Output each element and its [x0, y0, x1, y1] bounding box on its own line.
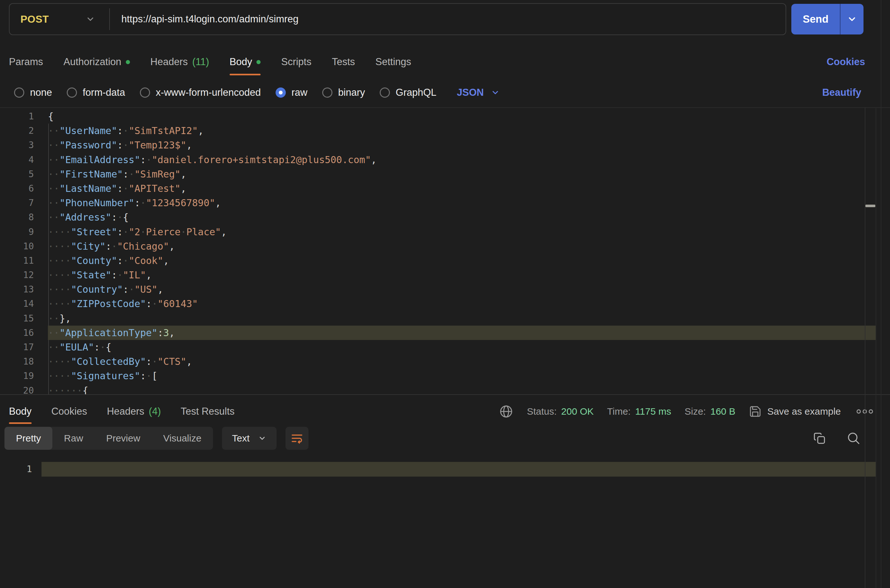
- code-token: "LastName": [59, 183, 117, 194]
- save-as-example-label: Save as example: [767, 406, 841, 417]
- tab-tests[interactable]: Tests: [332, 48, 355, 76]
- code-token: :: [117, 255, 123, 266]
- code-line: ··"FirstName":·"SimReg",: [48, 167, 876, 182]
- floppy-disk-icon: [749, 405, 762, 418]
- view-visualize-button[interactable]: Visualize: [152, 427, 213, 450]
- code-token: "APITest": [129, 183, 181, 194]
- line-number: 2: [0, 123, 34, 138]
- line-number: 19: [0, 369, 34, 383]
- wrap-text-button[interactable]: [285, 427, 309, 450]
- radio-label: form-data: [83, 87, 125, 98]
- code-line: ····"Street":·"2·Pierce·Place",: [48, 225, 876, 239]
- view-raw-button[interactable]: Raw: [53, 427, 95, 450]
- view-preview-button[interactable]: Preview: [95, 427, 152, 450]
- code-line: ··"EmailAddress":·"daniel.forero+simtsta…: [48, 153, 876, 167]
- code-token: ,: [371, 154, 377, 165]
- size-label: Size:: [685, 406, 706, 417]
- code-token: ··: [48, 168, 59, 180]
- body-mode-binary[interactable]: binary: [322, 87, 365, 98]
- response-body[interactable]: 1: [0, 455, 890, 588]
- code-token: ··: [48, 154, 59, 165]
- send-button[interactable]: Send: [791, 4, 863, 34]
- response-tab-test-results[interactable]: Test Results: [181, 398, 235, 424]
- line-number: 17: [0, 340, 34, 354]
- code-token: ·: [140, 226, 146, 237]
- copy-icon[interactable]: [813, 432, 826, 445]
- code-token: "PhoneNumber": [59, 197, 134, 208]
- code-token: ,: [169, 327, 175, 338]
- code-token: ·: [140, 197, 146, 208]
- code-token: {: [106, 342, 111, 353]
- code-token: :: [111, 212, 117, 223]
- code-line: ··},: [48, 311, 876, 326]
- language-dropdown[interactable]: JSON: [457, 87, 500, 98]
- tab-headers[interactable]: Headers(11): [150, 48, 209, 76]
- code-token: :: [140, 370, 146, 381]
- tab-body[interactable]: Body: [230, 48, 261, 76]
- code-line: ··"EULA":·{: [48, 340, 876, 354]
- code-token: "Temp123$": [129, 140, 186, 151]
- response-code-line: [42, 462, 876, 477]
- code-token: ·: [129, 168, 134, 180]
- code-token: :: [158, 327, 163, 338]
- code-token: "SimReg": [134, 168, 181, 180]
- tab-authorization[interactable]: Authorization: [63, 48, 130, 76]
- response-tab-cookies[interactable]: Cookies: [51, 398, 87, 424]
- code-token: "US": [134, 284, 158, 295]
- response-tab-headers[interactable]: Headers(4): [107, 398, 161, 424]
- body-mode-none[interactable]: none: [14, 87, 52, 98]
- editor-code: {··"UserName":·"SimTstAPI2",··"Password"…: [48, 109, 876, 394]
- line-number: 5: [0, 167, 34, 182]
- status-badge: Status: 200 OK: [527, 406, 594, 417]
- method-selector[interactable]: POST: [10, 4, 109, 34]
- code-token: "UserName": [59, 125, 117, 136]
- code-line: ··"UserName":·"SimTstAPI2",: [48, 123, 876, 138]
- response-divider: [0, 394, 890, 395]
- code-line: {: [48, 109, 876, 123]
- response-format-dropdown[interactable]: Text: [222, 427, 276, 450]
- code-token: },: [59, 313, 71, 324]
- code-token: ·: [123, 255, 129, 266]
- send-button-label[interactable]: Send: [791, 4, 840, 34]
- tab-params[interactable]: Params: [9, 48, 43, 76]
- body-mode-form-data[interactable]: form-data: [67, 87, 125, 98]
- search-icon[interactable]: [846, 431, 861, 445]
- editor-scrollbar-thumb[interactable]: [865, 205, 875, 207]
- response-tab-body[interactable]: Body: [9, 398, 32, 424]
- code-token: :: [140, 154, 146, 165]
- code-line: ····"CollectedBy":·"CTS",: [48, 354, 876, 369]
- code-token: ··: [48, 140, 59, 151]
- code-token: ··: [48, 313, 59, 324]
- code-token: ······: [48, 385, 83, 394]
- request-body-editor[interactable]: 1234567891011121314151617181920 {··"User…: [0, 107, 890, 394]
- save-as-example-button[interactable]: Save as example: [749, 405, 841, 418]
- body-mode-x-www-form-urlencoded[interactable]: x-www-form-urlencoded: [140, 87, 261, 98]
- send-options-button[interactable]: [840, 4, 863, 34]
- code-token: "daniel.forero+simtstapi2@plus500.com": [152, 154, 371, 165]
- tab-label: Headers: [107, 406, 144, 417]
- code-line: ····"City":·"Chicago",: [48, 239, 876, 254]
- code-token: ·: [152, 298, 158, 309]
- line-number: 12: [0, 268, 34, 282]
- response-actions: [813, 427, 861, 450]
- code-token: ··: [48, 342, 59, 353]
- code-token: ··: [48, 327, 59, 338]
- code-token: "CollectedBy": [71, 356, 146, 367]
- url-input[interactable]: https://api-sim.t4login.com/admin/simreg: [110, 4, 786, 34]
- cookies-link[interactable]: Cookies: [827, 48, 865, 76]
- code-token: {: [48, 111, 54, 122]
- code-line: ····"County":·"Cook",: [48, 254, 876, 268]
- code-line: ····"ZIPPostCode":·"60143": [48, 297, 876, 311]
- line-number: 11: [0, 254, 34, 268]
- tab-settings[interactable]: Settings: [375, 48, 411, 76]
- tab-scripts[interactable]: Scripts: [281, 48, 311, 76]
- radio-label: GraphQL: [396, 87, 437, 98]
- code-token: ··: [48, 197, 59, 208]
- code-token: "Street": [71, 226, 117, 237]
- body-mode-graphql[interactable]: GraphQL: [380, 87, 437, 98]
- view-pretty-button[interactable]: Pretty: [5, 427, 53, 450]
- code-token: ·: [123, 226, 129, 237]
- code-token: ··: [48, 212, 59, 223]
- body-mode-raw[interactable]: raw: [276, 87, 308, 98]
- beautify-link[interactable]: Beautify: [822, 80, 861, 105]
